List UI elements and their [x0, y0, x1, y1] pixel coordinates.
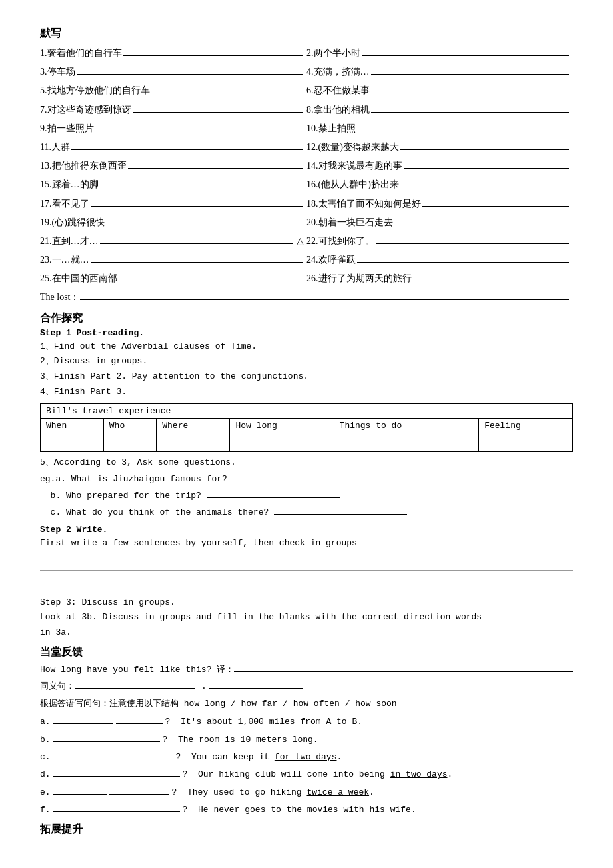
dictation-row-2: 3.停车场 4.充满，挤满…	[40, 63, 573, 80]
d25-blank[interactable]	[119, 281, 303, 281]
bill-row-where[interactable]	[157, 433, 230, 451]
dictation-row-1: 1.骑着他们的自行车 2.两个半小时	[40, 45, 573, 61]
d13-blank[interactable]	[128, 168, 303, 169]
the-lost-label: The lost：	[40, 289, 80, 305]
d1-blank[interactable]	[123, 55, 303, 56]
d10-blank[interactable]	[357, 131, 570, 131]
d21-blank[interactable]	[100, 243, 293, 244]
d7-blank[interactable]	[133, 112, 303, 113]
qa-f-blank1[interactable]	[53, 811, 180, 812]
d5-blank[interactable]	[151, 93, 303, 93]
d9-label: 9.拍一些照片	[40, 120, 94, 137]
bill-table-things: Things to do	[334, 418, 479, 433]
feedback-line1-blank[interactable]	[234, 671, 573, 672]
d16-blank[interactable]	[400, 187, 569, 187]
dictation-item-2: 2.两个半小时	[306, 45, 573, 61]
dictation-item-23: 23.一…就…	[40, 251, 306, 268]
eg-c-label: c. What do you think of the animals ther…	[40, 505, 274, 520]
write-line-1[interactable]	[40, 556, 573, 571]
feedback-line2-blank2[interactable]	[209, 688, 303, 689]
d22-blank[interactable]	[376, 243, 570, 244]
d2-label: 2.两个半小时	[306, 45, 360, 61]
d14-blank[interactable]	[404, 168, 570, 169]
d17-blank[interactable]	[91, 206, 303, 207]
qa-b-blank1[interactable]	[53, 741, 160, 742]
bill-row-when[interactable]	[41, 433, 104, 451]
bill-row-feeling[interactable]	[479, 433, 573, 451]
d20-blank[interactable]	[394, 225, 570, 225]
qa-e-blank1[interactable]	[53, 794, 107, 795]
qa-a-blank2[interactable]	[116, 723, 163, 724]
d10-label: 10.禁止拍照	[306, 120, 356, 137]
d4-blank[interactable]	[371, 74, 570, 75]
dictation-row-6: 11.人群 12.(数量)变得越来越大	[40, 139, 573, 155]
eg-c-blank[interactable]	[274, 514, 407, 515]
eg-b-blank[interactable]	[207, 497, 340, 498]
qa-a-text: ? It's about 1,000 miles from A to B.	[165, 714, 362, 729]
bill-row-howlong[interactable]	[230, 433, 334, 451]
d6-blank[interactable]	[371, 93, 570, 93]
dictation-item-25: 25.在中国的西南部	[40, 270, 306, 287]
dictation-row-5: 9.拍一些照片 10.禁止拍照	[40, 120, 573, 137]
step3-body: Look at 3b. Discuss in groups and fill i…	[40, 611, 573, 625]
d2-blank[interactable]	[362, 55, 570, 56]
the-lost-blank[interactable]	[80, 299, 570, 300]
qa-e-label: e.	[40, 785, 51, 800]
d23-label: 23.一…就…	[40, 251, 89, 268]
feedback-line2-blank1[interactable]	[75, 688, 195, 689]
qa-f-underline: never	[213, 805, 239, 815]
bill-table-howlong: How long	[230, 418, 334, 433]
bill-row-things[interactable]	[334, 433, 479, 451]
d15-blank[interactable]	[100, 187, 303, 187]
qa-d-blank1[interactable]	[53, 776, 180, 777]
dictation-item-1: 1.骑着他们的自行车	[40, 45, 306, 61]
feedback-line2-label: 同义句：	[40, 679, 75, 694]
d24-label: 24.欢呼雀跃	[306, 251, 356, 268]
d26-blank[interactable]	[413, 281, 570, 281]
qa-e-blank2[interactable]	[109, 794, 169, 795]
bill-table-when: When	[41, 418, 104, 433]
d9-blank[interactable]	[95, 131, 303, 131]
step2-body: First write a few sentences by yourself,…	[40, 537, 573, 551]
d19-blank[interactable]	[106, 225, 303, 225]
bill-table-where: Where	[157, 418, 230, 433]
dictation-item-10: 10.禁止拍照	[306, 120, 573, 137]
qa-b-underline: 10 meters	[241, 735, 287, 745]
step1-item1: 1、Find out the Adverbial clauses of Time…	[40, 340, 573, 354]
qa-row-a: a. ? It's about 1,000 miles from A to B.	[40, 714, 573, 729]
d3-blank[interactable]	[77, 74, 303, 75]
cooperation-title: 合作探究	[40, 311, 573, 325]
d13-label: 13.把他推得东倒西歪	[40, 157, 127, 174]
step3-title: Step 3: Discuss in groups.	[40, 596, 573, 610]
qa-c-blank1[interactable]	[53, 759, 173, 759]
d21-label: 21.直到…才…	[40, 233, 99, 249]
dictation-row-10: 19.(心)跳得很快 20.朝着一块巨石走去	[40, 214, 573, 231]
write-line-2[interactable]	[40, 575, 573, 589]
d23-blank[interactable]	[91, 262, 303, 263]
dictation-item-3: 3.停车场	[40, 63, 306, 80]
d11-blank[interactable]	[71, 149, 303, 150]
eg-a-line: eg.a. What is Jiuzhaigou famous for?	[40, 471, 573, 487]
dictation-row-3: 5.找地方停放他们的自行车 6.忍不住做某事	[40, 82, 573, 99]
qa-a-blank1[interactable]	[53, 723, 113, 724]
qa-f-label: f.	[40, 802, 51, 817]
qa-f-text: ? He never goes to the movies with his w…	[183, 802, 416, 817]
d12-blank[interactable]	[400, 149, 569, 150]
eg-c-line: c. What do you think of the animals ther…	[40, 505, 573, 520]
expansion-title: 拓展提升	[40, 823, 573, 837]
feedback-line1-text: How long have you felt like this? 译：	[40, 662, 234, 677]
d16-label: 16.(他从人群中)挤出来	[306, 176, 399, 193]
qa-b-text: ? The room is 10 meters long.	[163, 732, 318, 747]
dictation-item-7: 7.对这些奇迹感到惊讶	[40, 101, 306, 118]
dictation-item-4: 4.充满，挤满…	[306, 63, 573, 80]
bill-row-who[interactable]	[103, 433, 156, 451]
d6-label: 6.忍不住做某事	[306, 82, 370, 99]
d8-blank[interactable]	[371, 112, 570, 113]
dictation-item-15: 15.踩着…的脚	[40, 176, 306, 193]
dictation-item-19: 19.(心)跳得很快	[40, 214, 306, 231]
qa-row-e: e. ? They used to go hiking twice a week…	[40, 785, 573, 800]
eg-a-blank[interactable]	[233, 481, 366, 481]
d18-blank[interactable]	[422, 206, 570, 207]
dictation-row-9: 17.看不见了 18.太害怕了而不知如何是好	[40, 195, 573, 212]
d24-blank[interactable]	[357, 262, 570, 263]
